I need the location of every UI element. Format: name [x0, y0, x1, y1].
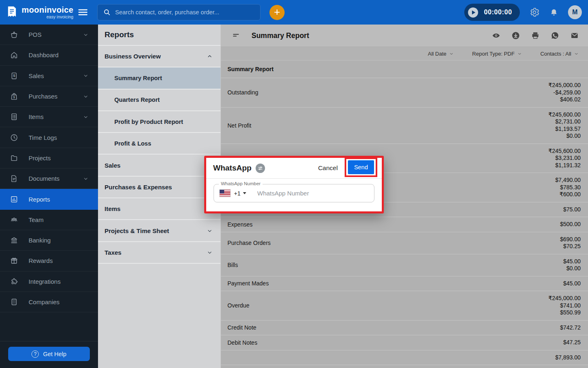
table-row: Purchase Orders $690.00$70.25 [221, 232, 588, 254]
whatsapp-number-field: WhatsApp Number +1 [214, 184, 374, 202]
sidebar-item-integrations[interactable]: Integrations [0, 272, 98, 292]
chevron-down-icon [82, 72, 89, 79]
brand-name: mooninvoice [22, 6, 74, 14]
sidebar-item-label: Team [29, 216, 44, 223]
sidebar-item-documents[interactable]: Documents [0, 168, 98, 189]
whatsapp-number-input[interactable] [257, 190, 368, 197]
row-values: $7,893.00 [555, 354, 581, 361]
svg-text:$: $ [13, 74, 15, 78]
get-help-button[interactable]: ? Get Help [8, 347, 90, 361]
invoice-icon: $ [10, 72, 18, 80]
table-row: Outstanding ₹245,000.00-$4,259.00$406.02 [221, 78, 588, 108]
svg-text:$: $ [13, 96, 15, 99]
send-button[interactable]: Send [348, 160, 374, 174]
chevron-down-icon [574, 51, 579, 56]
report-item-summary-report[interactable]: Summary Report [98, 67, 220, 89]
report-item-quarters-report[interactable]: Quarters Report [98, 90, 220, 111]
report-category-business-overview[interactable]: Business Overview [98, 46, 220, 67]
tune-settings-icon[interactable] [256, 164, 265, 173]
table-row: Credit Note $742.72 [221, 321, 588, 336]
sidebar-item-companies[interactable]: Companies [0, 292, 98, 312]
sidebar-item-sales[interactable]: $ Sales [0, 66, 98, 86]
add-new-button[interactable]: + [270, 5, 285, 20]
report-header: Summary Report [221, 25, 588, 47]
mail-icon[interactable] [570, 31, 579, 40]
filter-label: Report Type: PDF [472, 51, 514, 57]
sidebar-item-pos[interactable]: POS [0, 25, 98, 45]
send-button-annotation: Send [345, 157, 377, 177]
sidebar-item-rewards[interactable]: Rewards [0, 251, 98, 271]
row-values: ₹245,600.00$3,231.00$1,191.32 [548, 148, 581, 169]
search-icon [103, 8, 111, 16]
eye-icon[interactable] [492, 31, 501, 40]
sidebar-item-dashboard[interactable]: Dashboard [0, 45, 98, 65]
chevron-down-icon [206, 227, 213, 234]
time-tracker[interactable]: 00:00:00 [464, 4, 520, 21]
search-input[interactable] [115, 9, 255, 16]
row-label: Payment Mades [227, 280, 269, 287]
report-category-items[interactable]: Items [98, 198, 220, 220]
filter-report-type-pdf[interactable]: Report Type: PDF [472, 51, 522, 57]
report-category-purchases-expenses[interactable]: Purchases & Expenses [98, 177, 220, 198]
dial-code-caret-icon[interactable] [243, 192, 246, 194]
play-icon[interactable] [468, 7, 479, 18]
table-header: Summary Report [221, 61, 588, 78]
sidebar-item-purchases[interactable]: $ Purchases [0, 86, 98, 107]
row-values: $75.00 [563, 206, 581, 213]
filter-contacts-all[interactable]: Contacts : All [540, 51, 579, 57]
chevron-down-icon [82, 114, 89, 120]
report-category-taxes[interactable]: Taxes [98, 242, 220, 264]
global-search [97, 4, 261, 20]
chevron-down-icon [82, 175, 89, 182]
report-category-label: Purchases & Expenses [105, 184, 172, 191]
sidebar-item-time-logs[interactable]: Time Logs [0, 127, 98, 148]
report-category-projects-time-sheet[interactable]: Projects & Time Sheet [98, 220, 220, 242]
row-label: Credit Note [227, 324, 256, 331]
dial-code[interactable]: +1 [234, 190, 241, 197]
sidebar-item-label: Projects [29, 155, 51, 162]
sidebar-item-banking[interactable]: Banking [0, 230, 98, 251]
download-icon[interactable] [511, 31, 520, 40]
cancel-button[interactable]: Cancel [318, 164, 338, 172]
row-label: Expenses [227, 221, 252, 228]
report-item-profit-loss[interactable]: Profit & Loss [98, 133, 220, 155]
sidebar-item-label: Time Logs [29, 134, 57, 141]
sidebar-item-projects[interactable]: Projects [0, 148, 98, 168]
whatsapp-icon[interactable] [550, 31, 559, 40]
chevron-down-icon [82, 31, 89, 38]
sidebar-item-label: Reports [29, 196, 50, 203]
sidebar-item-label: Integrations [29, 278, 60, 285]
report-category-label: Items [105, 205, 120, 212]
notifications-bell-icon[interactable] [549, 8, 559, 17]
sidebar-item-team[interactable]: Team [0, 210, 98, 230]
report-item-label: Profit & Loss [114, 140, 151, 147]
modal-title: WhatsApp [213, 164, 252, 173]
chevron-up-icon [206, 53, 213, 60]
sidebar-item-reports[interactable]: Reports [0, 189, 98, 209]
help-question-icon: ? [31, 350, 39, 358]
row-values: $7,490.00$785.30₹600.00 [555, 177, 581, 198]
brand-logo[interactable]: mooninvoice easy invoicing [0, 6, 73, 19]
building-icon [10, 298, 18, 306]
report-category-sales[interactable]: Sales [98, 155, 220, 176]
row-label: Debit Notes [227, 339, 257, 346]
chevron-down-icon [449, 51, 454, 56]
hamburger-menu-icon[interactable] [78, 8, 88, 17]
row-label: Bills [227, 262, 238, 268]
report-category-label: Projects & Time Sheet [105, 227, 169, 234]
print-icon[interactable] [531, 31, 540, 40]
filter-label: All Date [428, 51, 447, 57]
us-flag-icon[interactable] [220, 190, 230, 197]
field-label: WhatsApp Number [219, 181, 263, 186]
sidebar-item-items[interactable]: Items [0, 107, 98, 127]
row-values: ₹245,000.00-$4,259.00$406.02 [548, 82, 581, 103]
filter-all-date[interactable]: All Date [428, 51, 454, 57]
chevron-down-icon [517, 51, 522, 56]
table-row: Bills $45.00$0.00 [221, 254, 588, 276]
user-avatar[interactable]: M [568, 5, 582, 19]
report-item-profit-by-product-report[interactable]: Profit by Product Report [98, 111, 220, 133]
app-window: mooninvoice easy invoicing + 00:00:00 [0, 0, 588, 368]
sort-filter-icon[interactable] [232, 31, 241, 40]
settings-gear-icon[interactable] [529, 7, 540, 18]
reports-nav-panel: Reports Business Overview Summary Report… [98, 25, 220, 368]
